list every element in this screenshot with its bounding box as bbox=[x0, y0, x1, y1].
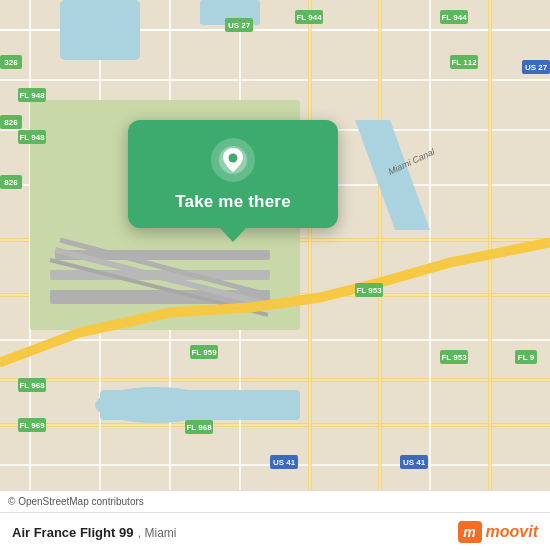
svg-point-81 bbox=[229, 154, 238, 163]
location-pin-icon bbox=[211, 138, 255, 182]
svg-text:FL 953: FL 953 bbox=[441, 353, 467, 362]
svg-text:FL 9: FL 9 bbox=[518, 353, 535, 362]
moovit-icon: m bbox=[458, 521, 482, 543]
svg-text:FL 944: FL 944 bbox=[441, 13, 467, 22]
moovit-logo: m moovit bbox=[458, 521, 538, 543]
flight-info: Air France Flight 99 , Miami bbox=[12, 523, 177, 541]
svg-text:FL 968: FL 968 bbox=[186, 423, 212, 432]
svg-text:826: 826 bbox=[4, 118, 18, 127]
svg-text:FL 112: FL 112 bbox=[451, 58, 477, 67]
svg-text:FL 953: FL 953 bbox=[356, 286, 382, 295]
svg-text:US 27: US 27 bbox=[228, 21, 251, 30]
attribution-bar: © OpenStreetMap contributors bbox=[0, 490, 550, 512]
svg-text:FL 948: FL 948 bbox=[19, 133, 45, 142]
flight-subtitle: , Miami bbox=[138, 526, 177, 540]
svg-text:826: 826 bbox=[4, 178, 18, 187]
svg-text:FL 969: FL 969 bbox=[19, 421, 45, 430]
svg-text:FL 968: FL 968 bbox=[19, 381, 45, 390]
attribution-text: © OpenStreetMap contributors bbox=[8, 496, 144, 507]
svg-rect-26 bbox=[60, 0, 140, 60]
svg-text:US 41: US 41 bbox=[273, 458, 296, 467]
svg-text:FL 959: FL 959 bbox=[191, 348, 217, 357]
bottom-bar: Air France Flight 99 , Miami m moovit bbox=[0, 512, 550, 550]
svg-text:US 27: US 27 bbox=[525, 63, 548, 72]
flight-title: Air France Flight 99 bbox=[12, 525, 133, 540]
take-me-there-popup[interactable]: Take me there bbox=[128, 120, 338, 228]
svg-point-30 bbox=[95, 387, 215, 423]
svg-text:FL 948: FL 948 bbox=[19, 91, 45, 100]
svg-text:326: 326 bbox=[4, 58, 18, 67]
popup-label: Take me there bbox=[175, 192, 291, 212]
svg-text:FL 944: FL 944 bbox=[296, 13, 322, 22]
svg-text:US 41: US 41 bbox=[403, 458, 426, 467]
map-container[interactable]: US 27 FL 944 FL 944 US 27 FL 112 FL 948 … bbox=[0, 0, 550, 490]
moovit-brand: moovit bbox=[486, 523, 538, 541]
